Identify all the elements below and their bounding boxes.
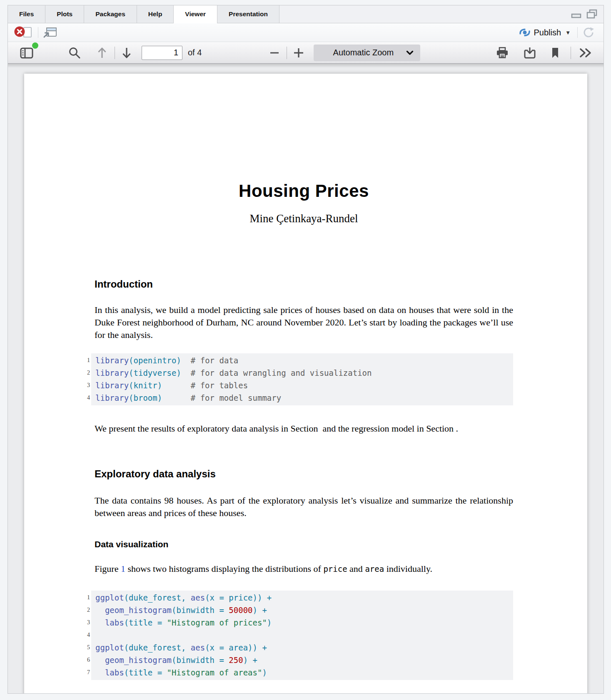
code-line: 4library(broom) # for model summary <box>95 392 513 404</box>
pdf-toolbar-separator <box>571 47 571 59</box>
search-icon[interactable] <box>66 45 83 61</box>
code-line-number: 3 <box>82 379 90 392</box>
code-line: 5ggplot(duke_forest, aes(x = area)) + <box>95 641 513 654</box>
pdf-viewer-area[interactable]: Housing Prices Mine Çetinkaya-Rundel Int… <box>8 64 604 693</box>
code-line-number: 4 <box>82 392 90 404</box>
minimize-pane-icon[interactable] <box>571 10 582 19</box>
paragraph-figure-reference: Figure 1 shows two histograms displaying… <box>95 563 513 575</box>
code-line: 4 <box>95 629 513 641</box>
code-line: 1ggplot(duke_forest, aes(x = price)) + <box>95 591 513 604</box>
publish-icon <box>519 27 531 37</box>
sidebar-toggle-button[interactable] <box>18 45 35 61</box>
document-author: Mine Çetinkaya-Rundel <box>95 212 513 225</box>
chevron-down-icon <box>406 50 414 55</box>
popout-window-icon[interactable] <box>42 26 57 39</box>
code-line-number: 1 <box>82 354 90 367</box>
code-line-number: 5 <box>82 641 90 654</box>
more-tools-icon[interactable] <box>577 46 594 60</box>
paragraph-introduction: In this analysis, we build a model predi… <box>95 304 513 341</box>
code-line-number: 1 <box>82 591 90 604</box>
page-count-label: of 4 <box>188 48 202 57</box>
inline-code: area <box>365 564 384 573</box>
stop-viewer-icon[interactable] <box>14 25 34 40</box>
code-block-libraries: 1library(openintro) # for data2library(t… <box>91 353 513 405</box>
tab-help[interactable]: Help <box>137 5 174 23</box>
code-line-number: 7 <box>82 666 90 679</box>
next-page-icon[interactable] <box>119 45 134 61</box>
figure-1-link[interactable]: 1 <box>121 563 125 574</box>
code-line: 7 labs(title = "Histogram of areas") <box>95 666 513 679</box>
zoom-level-label: Automatic Zoom <box>320 48 406 57</box>
paragraph-section-references: We present the results of exploratory da… <box>95 422 513 435</box>
zoom-in-icon[interactable] <box>291 45 306 60</box>
code-line: 6 geom_histogram(binwidth = 250) + <box>95 654 513 666</box>
paragraph-eda-intro: The data contains 98 houses. As part of … <box>95 494 513 519</box>
code-line-number: 2 <box>82 367 90 379</box>
viewer-toolbar: Publish ▼ <box>8 23 604 42</box>
pdf-page: Housing Prices Mine Çetinkaya-Rundel Int… <box>24 74 587 693</box>
document-title: Housing Prices <box>95 181 513 201</box>
maximize-pane-icon[interactable] <box>586 9 598 19</box>
pane-tab-bar: Files Plots Packages Help Viewer Present… <box>8 5 604 23</box>
pdf-toolbar-separator <box>287 47 287 59</box>
subsection-heading-data-visualization: Data visualization <box>95 539 168 549</box>
code-line: 3 labs(title = "Histogram of prices") <box>95 616 513 629</box>
tab-files[interactable]: Files <box>8 5 45 23</box>
code-line-number: 3 <box>82 616 90 629</box>
toolbar-separator <box>38 27 38 38</box>
page-number-input[interactable] <box>142 46 182 60</box>
zoom-out-icon[interactable] <box>267 46 282 60</box>
pdf-toolbar: of 4 Automatic Zoom <box>8 42 604 64</box>
code-line-number: 2 <box>82 604 90 616</box>
publish-caret-icon[interactable]: ▼ <box>565 30 571 36</box>
viewer-pane: Files Plots Packages Help Viewer Present… <box>7 5 604 694</box>
inline-code: price <box>323 564 347 573</box>
tab-plots[interactable]: Plots <box>45 5 84 23</box>
pane-window-controls <box>571 5 598 23</box>
section-heading-introduction: Introduction <box>95 278 153 290</box>
sidebar-toggle-badge <box>32 42 38 49</box>
pdf-toolbar-separator <box>115 47 115 59</box>
section-heading-eda: Exploratory data analysis <box>95 468 216 480</box>
publish-button[interactable]: Publish ▼ <box>516 27 573 38</box>
code-line: 2library(tidyverse) # for data wrangling… <box>95 367 513 379</box>
publish-label: Publish <box>534 28 561 37</box>
code-block-histograms: 1ggplot(duke_forest, aes(x = price)) +2 … <box>91 591 513 680</box>
refresh-icon[interactable] <box>582 26 595 39</box>
previous-page-icon[interactable] <box>95 45 110 61</box>
code-line-number: 4 <box>82 629 90 641</box>
bookmark-icon[interactable] <box>549 45 561 60</box>
zoom-level-dropdown[interactable]: Automatic Zoom <box>314 45 420 61</box>
toolbar-separator <box>577 27 578 38</box>
print-icon[interactable] <box>494 45 511 61</box>
code-line-number: 6 <box>82 654 90 666</box>
code-line: 2 geom_histogram(binwidth = 50000) + <box>95 604 513 616</box>
code-line: 3library(knitr) # for tables <box>95 379 513 392</box>
tab-packages[interactable]: Packages <box>84 5 137 23</box>
tab-presentation[interactable]: Presentation <box>217 5 279 23</box>
tab-viewer[interactable]: Viewer <box>174 5 217 23</box>
code-line: 1library(openintro) # for data <box>95 354 513 367</box>
download-icon[interactable] <box>521 45 538 61</box>
